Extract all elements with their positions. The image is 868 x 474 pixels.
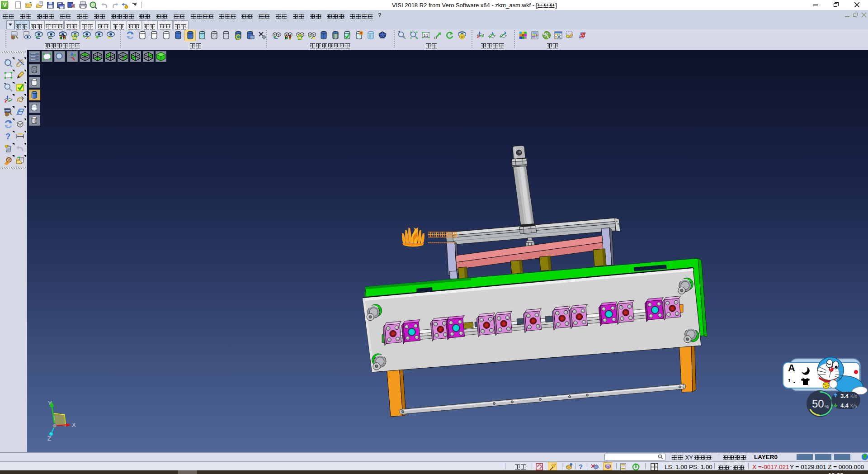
svg-text:3.4: 3.4 [840,393,849,399]
svg-text:Y: Y [48,400,52,407]
svg-text:?: ? [5,132,10,141]
svg-text:Z: Z [47,435,51,442]
svg-text:4.4: 4.4 [840,402,849,409]
svg-text:%: % [825,404,829,409]
svg-text:X: X [72,422,76,428]
svg-text:50: 50 [812,398,824,410]
svg-text:1:1: 1:1 [424,34,428,37]
svg-text:K/s: K/s [850,403,857,408]
svg-text:K/s: K/s [850,394,857,399]
